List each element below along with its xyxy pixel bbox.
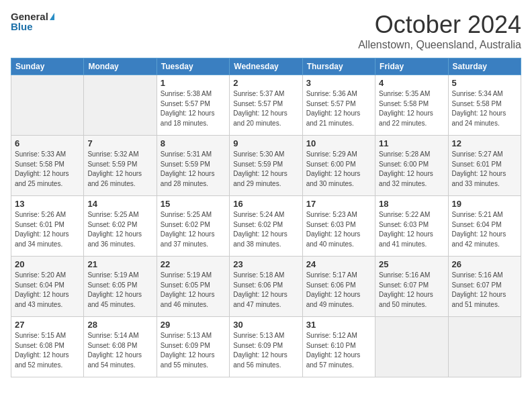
day-number: 5 bbox=[452, 78, 517, 88]
calendar-cell: 31Sunrise: 5:12 AM Sunset: 6:10 PM Dayli… bbox=[302, 317, 375, 377]
calendar-cell bbox=[448, 317, 521, 377]
calendar-header-row: SundayMondayTuesdayWednesdayThursdayFrid… bbox=[11, 58, 521, 75]
header-wednesday: Wednesday bbox=[230, 58, 302, 75]
day-number: 20 bbox=[15, 259, 80, 269]
calendar-week-2: 6Sunrise: 5:33 AM Sunset: 5:58 PM Daylig… bbox=[11, 136, 521, 196]
day-number: 9 bbox=[233, 138, 298, 148]
calendar-cell: 14Sunrise: 5:25 AM Sunset: 6:02 PM Dayli… bbox=[84, 196, 157, 257]
calendar-cell bbox=[375, 317, 448, 377]
day-number: 8 bbox=[161, 138, 226, 148]
calendar-cell: 28Sunrise: 5:14 AM Sunset: 6:08 PM Dayli… bbox=[84, 317, 157, 377]
calendar-cell: 17Sunrise: 5:23 AM Sunset: 6:03 PM Dayli… bbox=[302, 196, 375, 257]
title-section: October 2024 Allenstown, Queensland, Aus… bbox=[358, 11, 521, 51]
day-info: Sunrise: 5:21 AM Sunset: 6:04 PM Dayligh… bbox=[452, 210, 517, 249]
calendar-cell: 7Sunrise: 5:32 AM Sunset: 5:59 PM Daylig… bbox=[84, 136, 157, 196]
calendar-cell: 18Sunrise: 5:22 AM Sunset: 6:03 PM Dayli… bbox=[375, 196, 448, 257]
day-info: Sunrise: 5:24 AM Sunset: 6:02 PM Dayligh… bbox=[233, 210, 298, 249]
day-info: Sunrise: 5:34 AM Sunset: 5:58 PM Dayligh… bbox=[452, 89, 517, 128]
header-thursday: Thursday bbox=[302, 58, 375, 75]
header-monday: Monday bbox=[84, 58, 157, 75]
calendar-cell: 25Sunrise: 5:16 AM Sunset: 6:07 PM Dayli… bbox=[375, 257, 448, 317]
day-number: 13 bbox=[15, 199, 80, 209]
header-saturday: Saturday bbox=[448, 58, 521, 75]
day-info: Sunrise: 5:29 AM Sunset: 6:00 PM Dayligh… bbox=[306, 150, 371, 189]
day-info: Sunrise: 5:27 AM Sunset: 6:01 PM Dayligh… bbox=[452, 150, 517, 189]
calendar-cell: 16Sunrise: 5:24 AM Sunset: 6:02 PM Dayli… bbox=[230, 196, 302, 257]
calendar-cell: 23Sunrise: 5:18 AM Sunset: 6:06 PM Dayli… bbox=[230, 257, 302, 317]
day-number: 16 bbox=[233, 199, 298, 209]
header-tuesday: Tuesday bbox=[157, 58, 229, 75]
calendar-cell: 15Sunrise: 5:25 AM Sunset: 6:02 PM Dayli… bbox=[157, 196, 229, 257]
day-number: 11 bbox=[379, 138, 444, 148]
day-number: 21 bbox=[87, 259, 152, 269]
calendar-cell: 8Sunrise: 5:31 AM Sunset: 5:59 PM Daylig… bbox=[157, 136, 229, 196]
day-number: 6 bbox=[15, 138, 80, 148]
header-friday: Friday bbox=[375, 58, 448, 75]
calendar-cell: 20Sunrise: 5:20 AM Sunset: 6:04 PM Dayli… bbox=[11, 257, 84, 317]
calendar-cell: 9Sunrise: 5:30 AM Sunset: 5:59 PM Daylig… bbox=[230, 136, 302, 196]
day-number: 27 bbox=[15, 320, 80, 330]
header-sunday: Sunday bbox=[11, 58, 84, 75]
calendar-cell: 12Sunrise: 5:27 AM Sunset: 6:01 PM Dayli… bbox=[448, 136, 521, 196]
day-number: 14 bbox=[87, 199, 152, 209]
month-title: October 2024 bbox=[358, 11, 521, 39]
calendar-cell: 27Sunrise: 5:15 AM Sunset: 6:08 PM Dayli… bbox=[11, 317, 84, 377]
calendar-week-5: 27Sunrise: 5:15 AM Sunset: 6:08 PM Dayli… bbox=[11, 317, 521, 377]
day-info: Sunrise: 5:13 AM Sunset: 6:09 PM Dayligh… bbox=[233, 331, 298, 370]
day-number: 4 bbox=[379, 78, 444, 88]
day-info: Sunrise: 5:19 AM Sunset: 6:05 PM Dayligh… bbox=[87, 271, 152, 310]
day-number: 3 bbox=[306, 78, 371, 88]
day-number: 24 bbox=[306, 259, 371, 269]
day-info: Sunrise: 5:31 AM Sunset: 5:59 PM Dayligh… bbox=[161, 150, 226, 189]
day-number: 30 bbox=[233, 320, 298, 330]
calendar-cell: 6Sunrise: 5:33 AM Sunset: 5:58 PM Daylig… bbox=[11, 136, 84, 196]
calendar-cell: 11Sunrise: 5:28 AM Sunset: 6:00 PM Dayli… bbox=[375, 136, 448, 196]
calendar-cell: 26Sunrise: 5:16 AM Sunset: 6:07 PM Dayli… bbox=[448, 257, 521, 317]
day-info: Sunrise: 5:16 AM Sunset: 6:07 PM Dayligh… bbox=[452, 271, 517, 310]
day-number: 29 bbox=[161, 320, 226, 330]
day-number: 7 bbox=[87, 138, 152, 148]
day-number: 23 bbox=[233, 259, 298, 269]
logo: General Blue bbox=[11, 11, 54, 32]
day-info: Sunrise: 5:23 AM Sunset: 6:03 PM Dayligh… bbox=[306, 210, 371, 249]
day-number: 31 bbox=[306, 320, 371, 330]
calendar-week-4: 20Sunrise: 5:20 AM Sunset: 6:04 PM Dayli… bbox=[11, 257, 521, 317]
day-info: Sunrise: 5:12 AM Sunset: 6:10 PM Dayligh… bbox=[306, 331, 371, 370]
day-info: Sunrise: 5:33 AM Sunset: 5:58 PM Dayligh… bbox=[15, 150, 80, 189]
day-number: 19 bbox=[452, 199, 517, 209]
calendar-cell: 21Sunrise: 5:19 AM Sunset: 6:05 PM Dayli… bbox=[84, 257, 157, 317]
day-number: 2 bbox=[233, 78, 298, 88]
calendar-week-3: 13Sunrise: 5:26 AM Sunset: 6:01 PM Dayli… bbox=[11, 196, 521, 257]
calendar-cell: 29Sunrise: 5:13 AM Sunset: 6:09 PM Dayli… bbox=[157, 317, 229, 377]
day-info: Sunrise: 5:25 AM Sunset: 6:02 PM Dayligh… bbox=[87, 210, 152, 249]
day-info: Sunrise: 5:25 AM Sunset: 6:02 PM Dayligh… bbox=[161, 210, 226, 249]
day-info: Sunrise: 5:36 AM Sunset: 5:57 PM Dayligh… bbox=[306, 89, 371, 128]
day-info: Sunrise: 5:14 AM Sunset: 6:08 PM Dayligh… bbox=[87, 331, 152, 370]
day-info: Sunrise: 5:22 AM Sunset: 6:03 PM Dayligh… bbox=[379, 210, 444, 249]
calendar-cell: 10Sunrise: 5:29 AM Sunset: 6:00 PM Dayli… bbox=[302, 136, 375, 196]
calendar-cell: 5Sunrise: 5:34 AM Sunset: 5:58 PM Daylig… bbox=[448, 75, 521, 136]
calendar-cell: 2Sunrise: 5:37 AM Sunset: 5:57 PM Daylig… bbox=[230, 75, 302, 136]
calendar-cell: 19Sunrise: 5:21 AM Sunset: 6:04 PM Dayli… bbox=[448, 196, 521, 257]
calendar-week-1: 1Sunrise: 5:38 AM Sunset: 5:57 PM Daylig… bbox=[11, 75, 521, 136]
day-info: Sunrise: 5:16 AM Sunset: 6:07 PM Dayligh… bbox=[379, 271, 444, 310]
day-number: 22 bbox=[161, 259, 226, 269]
day-number: 12 bbox=[452, 138, 517, 148]
calendar-cell bbox=[11, 75, 84, 136]
day-info: Sunrise: 5:19 AM Sunset: 6:05 PM Dayligh… bbox=[161, 271, 226, 310]
calendar-cell: 3Sunrise: 5:36 AM Sunset: 5:57 PM Daylig… bbox=[302, 75, 375, 136]
page-header: General Blue October 2024 Allenstown, Qu… bbox=[11, 11, 521, 51]
day-info: Sunrise: 5:26 AM Sunset: 6:01 PM Dayligh… bbox=[15, 210, 80, 249]
day-number: 18 bbox=[379, 199, 444, 209]
day-info: Sunrise: 5:17 AM Sunset: 6:06 PM Dayligh… bbox=[306, 271, 371, 310]
day-number: 26 bbox=[452, 259, 517, 269]
calendar-table: SundayMondayTuesdayWednesdayThursdayFrid… bbox=[11, 58, 521, 377]
calendar-cell: 13Sunrise: 5:26 AM Sunset: 6:01 PM Dayli… bbox=[11, 196, 84, 257]
calendar-cell: 22Sunrise: 5:19 AM Sunset: 6:05 PM Dayli… bbox=[157, 257, 229, 317]
day-info: Sunrise: 5:13 AM Sunset: 6:09 PM Dayligh… bbox=[161, 331, 226, 370]
day-info: Sunrise: 5:37 AM Sunset: 5:57 PM Dayligh… bbox=[233, 89, 298, 128]
day-info: Sunrise: 5:30 AM Sunset: 5:59 PM Dayligh… bbox=[233, 150, 298, 189]
calendar-cell: 30Sunrise: 5:13 AM Sunset: 6:09 PM Dayli… bbox=[230, 317, 302, 377]
day-info: Sunrise: 5:28 AM Sunset: 6:00 PM Dayligh… bbox=[379, 150, 444, 189]
day-info: Sunrise: 5:18 AM Sunset: 6:06 PM Dayligh… bbox=[233, 271, 298, 310]
